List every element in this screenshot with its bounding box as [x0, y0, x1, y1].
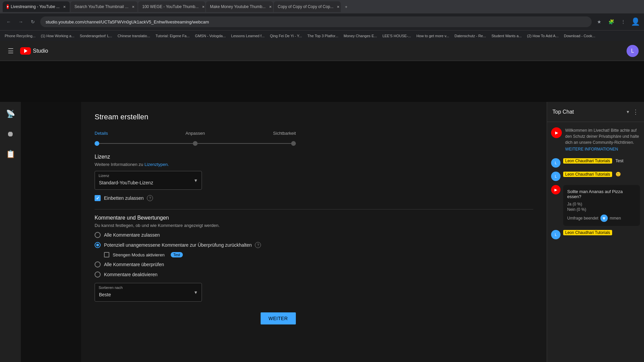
- bm-10[interactable]: LEE'S HOUSE-...: [380, 33, 413, 39]
- bm-2[interactable]: Sonderangebot! L...: [78, 33, 114, 39]
- poll-avatar: ▶: [551, 185, 560, 194]
- hamburger-menu[interactable]: ☰: [5, 46, 16, 56]
- radio-outer-3: [95, 272, 101, 278]
- tab-2[interactable]: 100 WEGE - YouTube Thumb... ✕: [138, 1, 205, 12]
- reload-btn[interactable]: ↻: [28, 17, 38, 26]
- bm-7[interactable]: Qing Fei De Yi - Y...: [268, 33, 304, 39]
- bm-0[interactable]: Phone Recycling...: [3, 33, 38, 39]
- tab-label-1: Search YouTube Thumbnail ...: [74, 4, 128, 9]
- chat-msg-final-content: Leon Chaudhari Tutorials: [563, 230, 612, 235]
- tab-1[interactable]: Search YouTube Thumbnail ... ✕: [70, 1, 138, 12]
- step-3-label: Sichtbarkeit: [273, 131, 296, 136]
- tab-label-2: 100 WEGE - YouTube Thumb...: [142, 4, 199, 9]
- browser-chrome: Livestreaming - YouTube ... ✕ Search You…: [0, 0, 644, 30]
- chat-text-1: 🙂: [615, 172, 621, 177]
- chat-sender-final: Leon Chaudhari Tutorials: [563, 230, 612, 235]
- address-bar-row: ← → ↻ studio.youtube.com/channel/UCTa5FW…: [0, 13, 644, 30]
- new-tab-btn[interactable]: +: [341, 2, 351, 11]
- poll-ended: Umfrage beendet ▼ mmen: [567, 215, 636, 222]
- license-select[interactable]: Standard-YouTube-Lizenz Creative Commons…: [95, 171, 202, 190]
- logo-text: Studio: [33, 48, 48, 54]
- progress-bar-container: [95, 141, 296, 146]
- license-subtext-prefix: Weitere Informationen zu: [95, 162, 145, 167]
- bm-14[interactable]: (2) How To Add A...: [525, 33, 560, 39]
- lizenztypen-link[interactable]: Lizenztypen.: [145, 162, 169, 167]
- radio-outer-2: [95, 261, 101, 267]
- comment-option-1[interactable]: Potenziell unangemessene Kommentare zur …: [95, 242, 533, 248]
- strict-mode-label: Strengen Modus aktivieren: [113, 252, 165, 257]
- bm-9[interactable]: Money Changes E...: [341, 33, 379, 39]
- bm-15[interactable]: Download - Cook...: [562, 33, 597, 39]
- menu-btn[interactable]: ⋮: [619, 17, 628, 26]
- license-section: Lizenz Weitere Informationen zu Lizenzty…: [95, 154, 533, 190]
- bm-6[interactable]: Lessons Learned f...: [229, 33, 267, 39]
- comment-option-3[interactable]: Kommentare deaktivieren: [95, 272, 533, 278]
- chat-avatar-0: L: [551, 158, 560, 168]
- back-btn[interactable]: ←: [4, 17, 13, 26]
- tab-label-4: Copy of Copy of Copy of Cop...: [278, 4, 333, 9]
- bookmark-btn[interactable]: ★: [594, 17, 604, 26]
- chat-poll: Sollte man Ananas auf Pizza essen? Ja (0…: [563, 185, 640, 226]
- tab-close-0[interactable]: ✕: [62, 4, 67, 9]
- chat-message-final: L Leon Chaudhari Tutorials: [547, 229, 644, 241]
- chat-dropdown-icon[interactable]: ▼: [626, 110, 630, 114]
- chat-menu-icon[interactable]: ⋮: [633, 108, 639, 116]
- tab-close-3[interactable]: ✕: [268, 4, 273, 9]
- strict-mode-checkbox[interactable]: [104, 252, 109, 257]
- page-title: Stream erstellen: [95, 113, 533, 121]
- address-bar[interactable]: studio.youtube.com/channel/UCTa5FWVn0gUk…: [40, 16, 592, 27]
- tab-favicon: [7, 4, 9, 9]
- tab-close-1[interactable]: ✕: [130, 4, 136, 9]
- weiter-button[interactable]: WEITER: [261, 312, 296, 324]
- bm-11[interactable]: How to get more v...: [414, 33, 451, 39]
- radio-outer-1: [95, 242, 101, 248]
- embed-help-icon[interactable]: ?: [147, 195, 153, 201]
- bm-13[interactable]: Student Wants a...: [489, 33, 524, 39]
- chat-title: Top Chat: [552, 109, 623, 115]
- tab-active[interactable]: Livestreaming - YouTube ... ✕: [3, 1, 70, 12]
- tab-4[interactable]: Copy of Copy of Copy of Cop... ✕: [274, 1, 341, 12]
- poll-option-0: Ja (0 %): [567, 202, 636, 206]
- embed-checkbox[interactable]: ✓: [95, 195, 101, 201]
- bm-8[interactable]: The Top 3 Platfor...: [305, 33, 340, 39]
- checkmark-icon: ✓: [96, 196, 100, 201]
- url-text: studio.youtube.com/channel/UCTa5FWVn0gUk…: [46, 19, 209, 24]
- embed-label: Einbetten zulassen: [104, 195, 144, 201]
- license-dropdown-label: Lizenz: [99, 174, 109, 178]
- bm-12[interactable]: Datenschutz - Re...: [452, 33, 488, 39]
- chat-welcome-link[interactable]: WEITERE INFORMATIONEN: [565, 147, 640, 152]
- bm-1[interactable]: (1) How Working a...: [39, 33, 76, 39]
- comments-subtext: Du kannst festlegen, ob und wie Kommenta…: [95, 223, 533, 228]
- bm-4[interactable]: Tutorial: Eigene Fa...: [154, 33, 192, 39]
- record-icon[interactable]: ⏺: [4, 127, 17, 141]
- extensions-btn[interactable]: 🧩: [606, 17, 616, 26]
- tab-label: Livestreaming - YouTube ...: [11, 4, 60, 9]
- step-dot-3: [291, 141, 296, 146]
- chat-msg-content-0: Leon Chaudhari Tutorials Test: [563, 158, 624, 163]
- forward-btn[interactable]: →: [16, 17, 25, 26]
- comment-help-icon-1[interactable]: ?: [255, 242, 261, 248]
- chat-panel: Top Chat ▼ ⋮ ▶ Willkommen im Livechat! B…: [547, 102, 644, 362]
- step-dot-1: [95, 141, 99, 146]
- comment-label-3: Kommentare deaktivieren: [104, 272, 158, 277]
- yt-logo[interactable]: Studio: [20, 47, 48, 55]
- bm-3[interactable]: Chinese translatio...: [115, 33, 152, 39]
- tab-3[interactable]: Make Money Youtube Thumb... ✕: [206, 1, 273, 12]
- broadcast-icon[interactable]: 📡: [4, 107, 17, 121]
- chat-welcome: ▶ Willkommen im Livechat! Bitte achte au…: [547, 125, 644, 154]
- poll-ended-icon: ▼: [600, 215, 608, 222]
- tab-close-2[interactable]: ✕: [201, 4, 205, 9]
- profile-btn[interactable]: 👤: [631, 17, 640, 26]
- chat-header: Top Chat ▼ ⋮: [547, 102, 644, 122]
- poll-option-1: Nein (0 %): [567, 207, 636, 212]
- comment-option-2[interactable]: Alle Kommentare überprüfen: [95, 261, 533, 267]
- youtube-chat-icon: ▶: [551, 127, 562, 138]
- tab-close-4[interactable]: ✕: [335, 4, 341, 9]
- bm-5[interactable]: GMSN - Vologda...: [193, 33, 228, 39]
- chat-messages: ▶ Willkommen im Livechat! Bitte achte au…: [547, 122, 644, 362]
- poll-question: Sollte man Ananas auf Pizza essen?: [567, 189, 636, 199]
- form-panel: Stream erstellen Details Anpassen Sichtb…: [81, 102, 547, 362]
- user-avatar[interactable]: L: [627, 45, 639, 57]
- comment-option-0[interactable]: Alle Kommentare zulassen: [95, 232, 533, 238]
- clip-icon[interactable]: 📋: [4, 147, 17, 161]
